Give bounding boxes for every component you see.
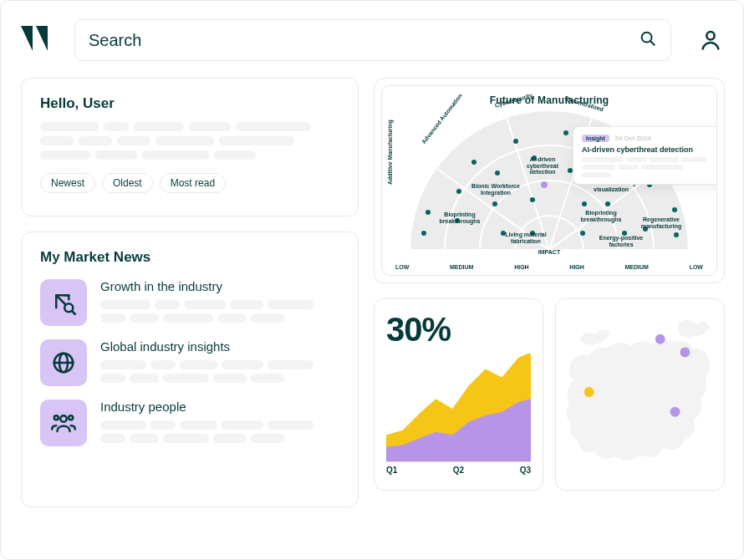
radar-node: Energy-positive factories	[596, 235, 646, 247]
search-input[interactable]	[89, 31, 639, 50]
svg-point-17	[421, 231, 426, 236]
svg-point-18	[426, 210, 431, 215]
svg-point-2	[706, 32, 714, 39]
filter-most-read[interactable]: Most read	[160, 173, 226, 193]
svg-point-39	[674, 232, 679, 237]
search-bar[interactable]	[74, 19, 671, 61]
svg-point-21	[471, 160, 476, 165]
news-item[interactable]: Global industry insights	[40, 339, 339, 386]
svg-point-38	[672, 207, 677, 212]
tooltip-date: 24 Oct 2024	[614, 135, 651, 142]
svg-point-10	[69, 415, 73, 420]
tooltip-badge: Insight	[582, 135, 609, 142]
svg-point-23	[495, 171, 500, 176]
svg-point-26	[530, 197, 535, 202]
map-pin-icon	[680, 348, 690, 358]
people-icon	[40, 400, 87, 446]
news-item[interactable]: Industry people	[40, 400, 339, 446]
news-item-skeleton	[100, 300, 339, 323]
map-pin-icon	[670, 407, 680, 417]
news-item-skeleton	[100, 360, 339, 383]
news-item-title: Industry people	[100, 400, 339, 414]
analytics-icon	[40, 279, 87, 326]
news-item-skeleton	[100, 420, 339, 443]
search-icon[interactable]	[639, 29, 657, 51]
map-pin-icon	[584, 387, 594, 397]
radar-node: Living material fabrication	[501, 232, 551, 244]
user-icon[interactable]	[698, 28, 723, 53]
svg-point-0	[642, 33, 652, 43]
radar-tooltip: Insight 24 Oct 2024 AI-driven cyberthrea…	[573, 126, 717, 185]
news-item-title: Global industry insights	[100, 339, 339, 354]
filter-oldest[interactable]: Oldest	[102, 173, 153, 193]
svg-point-8	[60, 415, 67, 422]
news-item[interactable]: Growth in the industry	[40, 279, 339, 326]
greeting-title: Hello, User	[40, 95, 339, 112]
greeting-card: Hello, User Newest Oldest Most read	[21, 78, 359, 216]
svg-point-20	[456, 189, 461, 194]
svg-point-31	[582, 201, 587, 206]
radar-sector: Additive Manufacturing	[387, 120, 393, 185]
tooltip-title: AI-driven cyberthreat detection	[582, 145, 714, 154]
area-chart	[386, 354, 531, 462]
svg-point-32	[580, 231, 585, 236]
filter-newest[interactable]: Newest	[40, 173, 95, 193]
radar-node: Bioprinting breakthroughs	[576, 210, 626, 222]
radar-node: Bioprinting breakthroughs	[435, 211, 485, 224]
radar-node: Regenerative manufacturing	[636, 216, 686, 229]
svg-line-1	[650, 41, 655, 45]
news-item-title: Growth in the industry	[100, 279, 339, 293]
svg-point-34	[605, 201, 610, 206]
svg-point-24	[513, 139, 518, 144]
svg-line-4	[72, 311, 75, 314]
radar-impact-label: IMPACT	[538, 249, 560, 255]
svg-point-22	[492, 201, 497, 206]
map-europe	[563, 306, 717, 483]
metric-card[interactable]: 30% Q1 Q2 Q3	[374, 298, 543, 491]
market-news-title: My Market News	[40, 249, 339, 266]
market-news-card: My Market News Growth in the industry	[21, 232, 359, 507]
svg-point-9	[54, 415, 59, 420]
svg-point-27	[541, 181, 548, 188]
svg-point-28	[563, 130, 568, 135]
metric-value: 30%	[386, 311, 531, 349]
brand-logo	[21, 26, 56, 54]
radar-axis: LOWMEDIUM HIGHHIGH MEDIUMLOW	[394, 264, 705, 270]
greeting-skeleton	[40, 122, 339, 160]
radar-node: AI-driven cyberthreat detection	[517, 156, 568, 176]
map-pin-icon	[655, 334, 665, 344]
map-card[interactable]	[555, 298, 725, 491]
chart-xaxis: Q1 Q2 Q3	[386, 466, 531, 475]
radar-card[interactable]: Future of Manufacturing	[374, 78, 725, 283]
radar-node: Bionic Workforce Integration	[471, 183, 521, 196]
radar-title: Future of Manufacturing	[394, 94, 705, 106]
globe-icon	[40, 339, 87, 386]
